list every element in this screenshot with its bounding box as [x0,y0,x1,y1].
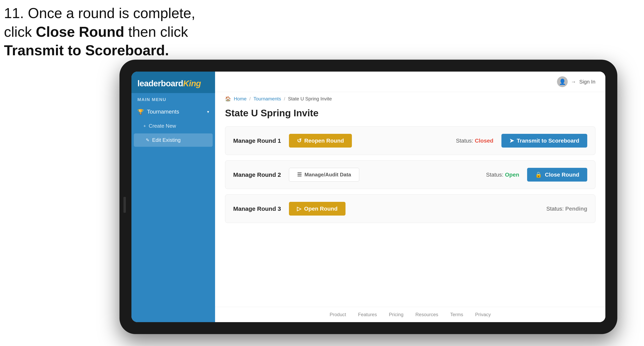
round-3-right: Status: Pending [546,206,587,212]
round-1-left: Manage Round 1 ↺ Reopen Round [233,134,352,148]
round-3-left: Manage Round 3 ▷ Open Round [233,202,346,215]
trophy-icon: 🏆 [138,109,144,115]
breadcrumb: 🏠 Home / Tournaments / State U Spring In… [215,92,605,104]
logo-text: leaderboardKing [138,79,209,88]
sidebar-tournaments-label: Tournaments [147,109,179,115]
sidebar-item-create-new[interactable]: + Create New [132,119,215,133]
manage-icon: ☰ [297,172,302,178]
edit-icon: ✎ [146,138,149,143]
create-new-label: Create New [149,123,176,129]
footer-resources[interactable]: Resources [416,312,438,317]
sign-in-area[interactable]: 👤 → Sign In [557,76,596,87]
round-1-status-label: Status: [456,138,473,144]
page-content: State U Spring Invite Manage Round 1 ↺ R… [215,104,605,307]
round-3-title: Manage Round 3 [233,205,281,212]
instruction-block: 11. Once a round is complete, click Clos… [4,4,195,60]
sidebar-menu-label: MAIN MENU [132,93,215,104]
footer: Product Features Pricing Resources Terms… [215,307,605,322]
round-1-right: Status: Closed ➤ Transmit to Scoreboard [456,134,587,148]
instruction-bold-transmit: Transmit to Scoreboard. [4,42,169,58]
instruction-line2-suffix: then click [124,24,188,40]
chevron-down-icon: ▾ [207,109,209,114]
round-3-status: Status: Pending [546,206,587,212]
round-1-status-value: Closed [475,138,493,144]
open-round-label: Open Round [304,206,338,212]
instruction-line1: 11. Once a round is complete, [4,4,195,23]
sidebar-logo: leaderboardKing [132,72,215,93]
logo-king: King [183,79,201,88]
round-2-left: Manage Round 2 ☰ Manage/Audit Data [233,168,359,181]
footer-product[interactable]: Product [330,312,346,317]
breadcrumb-sep-2: / [284,96,285,102]
open-round-button[interactable]: ▷ Open Round [289,202,346,215]
close-round-label: Close Round [545,172,579,178]
breadcrumb-current: State U Spring Invite [288,96,332,102]
footer-features[interactable]: Features [358,312,377,317]
round-2-status-value: Open [505,172,519,178]
close-round-icon: 🔒 [535,172,542,178]
instruction-line2-prefix: click [4,24,36,40]
transmit-icon: ➤ [510,137,514,144]
home-icon: 🏠 [225,96,231,102]
round-2-status: Status: Open [486,172,519,178]
manage-audit-data-button[interactable]: ☰ Manage/Audit Data [289,168,359,181]
top-nav: 👤 → Sign In [215,72,605,92]
user-avatar: 👤 [557,76,568,87]
user-icon: 👤 [559,79,566,85]
sidebar-item-edit-existing[interactable]: ✎ Edit Existing [134,133,213,147]
manage-audit-label: Manage/Audit Data [304,172,351,178]
round-2-section: Manage Round 2 ☰ Manage/Audit Data Statu… [225,161,596,189]
transmit-to-scoreboard-label: Transmit to Scoreboard [517,138,579,144]
breadcrumb-sep-1: / [249,96,251,102]
sidebar: leaderboardKing MAIN MENU 🏆 Tournaments … [132,72,215,322]
reopen-round-button[interactable]: ↺ Reopen Round [289,134,352,148]
round-2-status-label: Status: [486,172,504,178]
edit-existing-label: Edit Existing [152,137,180,143]
reopen-icon: ↺ [297,137,302,144]
round-1-status: Status: Closed [456,138,493,144]
round-3-section: Manage Round 3 ▷ Open Round Status: Pend… [225,194,596,223]
instruction-line3: Transmit to Scoreboard. [4,41,195,60]
round-2-title: Manage Round 2 [233,172,281,178]
transmit-to-scoreboard-button[interactable]: ➤ Transmit to Scoreboard [502,134,587,148]
footer-terms[interactable]: Terms [450,312,463,317]
tablet-device: leaderboardKing MAIN MENU 🏆 Tournaments … [120,60,617,334]
open-round-icon: ▷ [297,205,301,212]
sign-in-label: Sign In [579,79,596,85]
close-round-button[interactable]: 🔒 Close Round [527,168,587,181]
reopen-round-label: Reopen Round [304,138,344,144]
main-content: 👤 → Sign In 🏠 Home / Tournaments / State… [215,72,605,322]
round-1-section: Manage Round 1 ↺ Reopen Round Status: Cl… [225,127,596,155]
footer-pricing[interactable]: Pricing [389,312,404,317]
footer-privacy[interactable]: Privacy [475,312,491,317]
round-1-title: Manage Round 1 [233,137,281,144]
sidebar-item-tournaments[interactable]: 🏆 Tournaments ▾ [132,104,215,119]
breadcrumb-tournaments[interactable]: Tournaments [254,96,281,102]
round-3-status-label: Status: [546,206,564,212]
page-title: State U Spring Invite [225,108,596,119]
instruction-bold-close: Close Round [36,24,124,40]
sign-in-icon: → [571,79,576,85]
tablet-screen: leaderboardKing MAIN MENU 🏆 Tournaments … [132,72,605,322]
app-layout: leaderboardKing MAIN MENU 🏆 Tournaments … [132,72,605,322]
round-2-right: Status: Open 🔒 Close Round [486,168,587,181]
instruction-line2: click Close Round then click [4,23,195,41]
plus-icon: + [144,124,146,129]
round-3-status-value: Pending [565,206,587,212]
tablet-side-button [124,197,126,213]
breadcrumb-home[interactable]: Home [234,96,246,102]
